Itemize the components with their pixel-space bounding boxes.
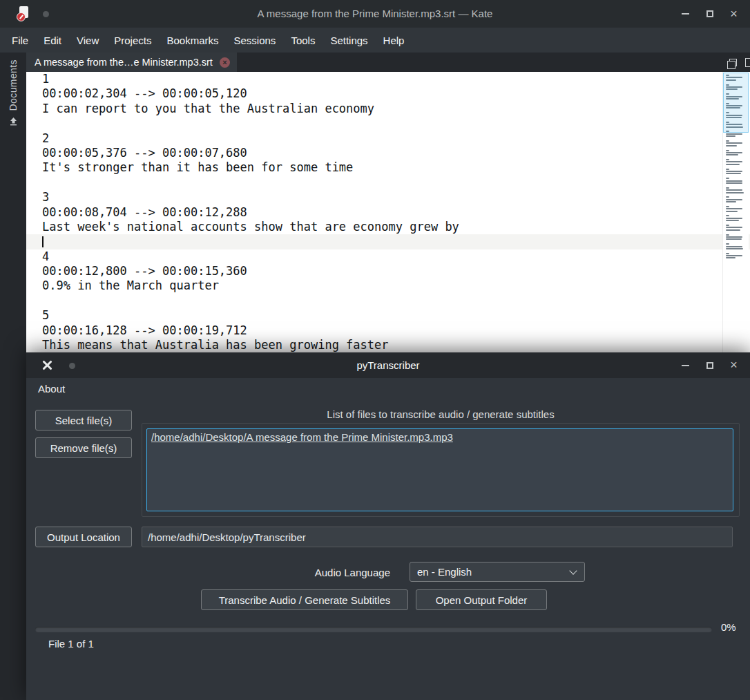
menu-item-about[interactable]: About (38, 383, 73, 395)
menu-item-view[interactable]: View (69, 35, 106, 46)
desktop: A message from the Prime Minister.mp3.sr… (0, 0, 750, 700)
editor-line[interactable] (26, 294, 750, 308)
editor-line[interactable]: 5 (26, 308, 750, 323)
output-location-button[interactable]: Output Location (35, 527, 132, 547)
audio-language-value: en - English (417, 566, 472, 578)
tabbar-actions (729, 53, 750, 72)
select-files-button[interactable]: Select file(s) (35, 410, 132, 431)
file-list[interactable]: /home/adhi/Desktop/A message from the Pr… (146, 428, 733, 511)
editor-line[interactable] (26, 176, 750, 190)
editor-line[interactable]: I can report to you that the Australian … (26, 102, 750, 116)
pytranscriber-titlebar[interactable]: pyTranscriber × (26, 352, 750, 378)
kate-titlebar[interactable]: A message from the Prime Minister.mp3.sr… (0, 0, 750, 28)
text-cursor (42, 236, 44, 247)
files-group-title: List of files to transcribe audio / gene… (142, 408, 740, 420)
transcribe-button[interactable]: Transcribe Audio / Generate Subtitles (201, 589, 408, 610)
close-icon[interactable]: × (722, 352, 746, 378)
audio-language-label: Audio Language (296, 567, 390, 578)
minimap-viewport[interactable] (723, 73, 749, 133)
editor-line[interactable]: Last week's national accounts show that … (26, 220, 750, 234)
editor-line[interactable]: 1 (26, 72, 750, 86)
menu-item-file[interactable]: File (4, 35, 36, 46)
editor-line[interactable]: 0.9% in the March quarter (26, 278, 750, 293)
raise-panel-icon (9, 117, 18, 126)
progress-percent: 0% (721, 621, 736, 633)
editor-line[interactable]: This means that Australia has been growi… (26, 338, 750, 352)
kate-tabbar: A message from the…e Minister.mp3.srt × (26, 53, 750, 72)
editor-line[interactable]: 00:00:08,704 --> 00:00:12,288 (26, 205, 750, 220)
output-location-field[interactable]: /home/adhi/Desktop/pyTranscriber (142, 527, 733, 547)
remove-files-button[interactable]: Remove file(s) (35, 437, 132, 458)
text-editor[interactable]: 100:00:02,304 --> 00:00:05,120I can repo… (26, 72, 750, 352)
duplicate-view-icon[interactable] (729, 59, 737, 66)
menu-item-bookmarks[interactable]: Bookmarks (159, 35, 226, 46)
close-icon[interactable]: × (722, 0, 746, 28)
editor-line[interactable]: 2 (26, 131, 750, 146)
menu-item-tools[interactable]: Tools (283, 35, 323, 46)
editor-line[interactable] (26, 116, 750, 131)
documents-sidebar-label[interactable]: Documents (8, 59, 19, 111)
editor-lines: 100:00:02,304 --> 00:00:05,120I can repo… (26, 72, 750, 352)
maximize-icon[interactable] (698, 352, 722, 378)
progress-bar (35, 627, 712, 632)
chevron-down-icon (569, 567, 577, 574)
maximize-icon[interactable] (698, 0, 722, 28)
tab-label: A message from the…e Minister.mp3.srt (35, 57, 213, 68)
editor-line[interactable]: 00:00:16,128 --> 00:00:19,712 (26, 323, 750, 338)
kate-window-controls: × (673, 0, 746, 28)
tab-close-icon[interactable]: × (220, 57, 230, 68)
editor-line[interactable]: 4 (26, 249, 750, 264)
tab-srt-file[interactable]: A message from the…e Minister.mp3.srt × (26, 53, 237, 72)
minimap[interactable] (722, 72, 749, 352)
editor-line[interactable]: 00:00:12,800 --> 00:00:15,360 (26, 264, 750, 278)
documents-sidebar[interactable]: Documents (0, 53, 26, 700)
file-list-item[interactable]: /home/adhi/Desktop/A message from the Pr… (151, 431, 729, 443)
pytranscriber-menubar: About (26, 378, 750, 399)
pytranscriber-window-controls: × (673, 352, 746, 378)
editor-line[interactable]: 00:00:05,376 --> 00:00:07,680 (26, 146, 750, 160)
editor-line[interactable]: It's stronger than it has been for some … (26, 160, 750, 175)
editor-line[interactable]: 3 (26, 190, 750, 205)
kate-window-title: A message from the Prime Minister.mp3.sr… (0, 0, 750, 28)
kate-menubar: FileEditViewProjectsBookmarksSessionsToo… (0, 28, 750, 53)
menu-item-help[interactable]: Help (376, 35, 412, 46)
split-view-icon[interactable] (745, 58, 750, 67)
minimize-icon[interactable] (673, 352, 698, 378)
minimize-icon[interactable] (673, 0, 698, 28)
pytranscriber-window-title: pyTranscriber (26, 352, 750, 378)
menu-item-sessions[interactable]: Sessions (227, 35, 284, 46)
pytranscriber-window: pyTranscriber × About Select file(s) Rem… (26, 352, 750, 700)
menu-item-projects[interactable]: Projects (106, 35, 159, 46)
file-counter: File 1 of 1 (48, 638, 94, 650)
menu-item-edit[interactable]: Edit (36, 35, 69, 46)
audio-language-select[interactable]: en - English (410, 562, 585, 582)
editor-line[interactable]: 00:00:02,304 --> 00:00:05,120 (26, 86, 750, 101)
open-output-folder-button[interactable]: Open Output Folder (416, 589, 547, 610)
menu-item-settings[interactable]: Settings (323, 35, 375, 46)
editor-line[interactable] (26, 234, 750, 249)
